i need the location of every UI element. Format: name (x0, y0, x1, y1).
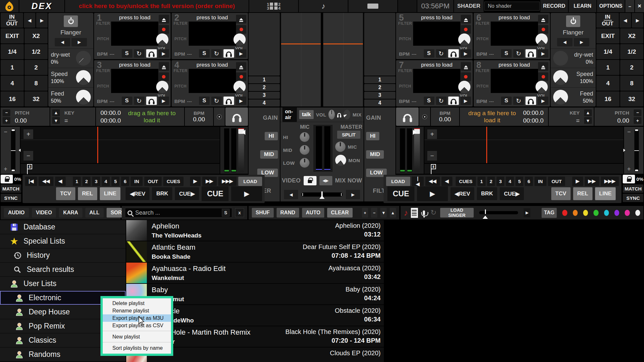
minimize-button[interactable]: – (625, 0, 634, 12)
cue-out-button[interactable]: OUT (144, 177, 162, 186)
deck-volume-knob[interactable]: VOL (457, 81, 472, 98)
cue-in-button[interactable]: IN (535, 177, 546, 186)
fx-param-knob[interactable] (553, 90, 568, 105)
fx-prev-button[interactable]: ◀ (55, 38, 70, 46)
tag-button[interactable]: TAG (542, 208, 557, 218)
brake-button[interactable]: BRK (477, 187, 497, 200)
deck-loop-button[interactable]: ↻ (134, 49, 145, 58)
deck-screen[interactable] (111, 22, 158, 46)
volume-fader[interactable] (238, 128, 244, 172)
step-back-button[interactable]: ◀ (441, 177, 452, 186)
rewind-button[interactable]: ◀◀ (39, 177, 53, 186)
deck-play-button[interactable]: ▶ (236, 97, 246, 105)
skip-start-button[interactable]: |◀ (412, 177, 424, 186)
record-dot-button[interactable] (236, 72, 246, 81)
loop-length-button[interactable]: 8 (620, 76, 643, 91)
deck-headphones-button[interactable] (223, 97, 234, 105)
context-menu-item[interactable]: Rename playlist (103, 307, 171, 314)
loop-next-button[interactable]: ▶ (632, 13, 643, 28)
fx-next-button[interactable]: ▶ (574, 38, 589, 46)
deck-pitch-knob[interactable]: PITCH (96, 84, 110, 88)
waveform-overview[interactable]: 8 (21, 164, 220, 174)
deck-headphones-button[interactable] (448, 49, 459, 58)
deck-layout-button[interactable]: 12 34 (249, 0, 298, 12)
color-tag-button[interactable] (604, 210, 609, 216)
mic-hi-knob[interactable] (300, 132, 309, 142)
hotcue-pad-button[interactable]: 3 (249, 92, 280, 99)
fx-param-knob[interactable] (76, 90, 91, 105)
cues-button[interactable]: CUES (456, 177, 476, 186)
deck-play-button[interactable]: ▶ (460, 49, 471, 58)
record-dot-button[interactable] (159, 72, 169, 81)
next-singer-button[interactable]: ▶ (524, 208, 530, 217)
deck-loop-button[interactable]: ↻ (211, 97, 222, 105)
cue-number-button[interactable]: 1 (73, 177, 81, 186)
cue-volume-knob[interactable] (328, 110, 335, 119)
deck-volume-knob[interactable]: VOL (155, 33, 170, 51)
eject-button[interactable] (236, 15, 246, 23)
loop-length-button[interactable]: 1/4 (596, 44, 620, 59)
deck-load-text[interactable]: press to load (491, 62, 538, 68)
on-air-button[interactable]: on-air (282, 107, 297, 122)
deck-loop-button[interactable]: ↻ (436, 49, 447, 58)
gain-knob[interactable] (251, 111, 260, 124)
deck-stutter-button[interactable]: S (199, 97, 210, 105)
context-menu-item[interactable]: New playlist (103, 331, 171, 340)
pitch-fader[interactable] (634, 129, 639, 172)
loop-length-button[interactable]: 16 (1, 91, 24, 107)
loop-length-button[interactable]: 1/4 (1, 44, 24, 59)
deck-loop-button[interactable]: ↻ (513, 97, 524, 105)
pitch-plus-button[interactable]: + (634, 117, 641, 124)
loop-length-button[interactable]: EXIT (596, 28, 620, 43)
master-mic-knob[interactable] (335, 142, 346, 152)
deck-filter-knob[interactable]: FILTER (476, 21, 490, 26)
bpm-tap-button[interactable] (419, 107, 430, 126)
loop-next-button[interactable]: ▶ (36, 13, 48, 28)
deck-filter-knob[interactable]: FILTER (174, 68, 188, 73)
headphones-cue-button[interactable] (396, 107, 419, 126)
video-window-button[interactable] (348, 0, 397, 12)
deck-play-button[interactable]: ▶ (538, 97, 548, 105)
deck-filter-knob[interactable]: FILTER (398, 68, 412, 73)
media-filter-button[interactable]: KARA (59, 208, 82, 218)
eq-hi-kill-button[interactable]: HI (366, 132, 379, 140)
color-tag-button[interactable] (573, 210, 578, 216)
skip-end-button[interactable]: ▶▶▶ (218, 177, 237, 186)
zoom-out-button[interactable]: − (24, 151, 33, 161)
mic-low-knob[interactable] (300, 158, 309, 168)
skip-end-button[interactable]: ▶▶▶ (601, 177, 619, 186)
key-up-button[interactable]: ▲ (584, 109, 592, 116)
volume-fader[interactable] (414, 128, 420, 172)
slider-handle[interactable] (485, 209, 486, 214)
sidebar-item[interactable]: ★ Search results (0, 263, 126, 276)
track-row[interactable]: Aphelion The YellowHeads Aphelion (2020)… (126, 220, 384, 241)
skip-start-button[interactable]: |◀ (25, 177, 37, 186)
music-note-button[interactable]: ♪ (299, 0, 348, 12)
deck-stutter-button[interactable]: S (122, 49, 132, 58)
deck-pitch-knob[interactable]: PITCH (96, 36, 110, 41)
record-dot-button[interactable] (538, 25, 548, 34)
zoom-in-button[interactable]: + (427, 129, 437, 139)
deck-headphones-button[interactable] (146, 97, 157, 105)
fx-param-knob[interactable] (553, 70, 568, 85)
ffwd-button[interactable]: ▶▶ (202, 177, 217, 186)
waveform-display[interactable]: + − (21, 127, 220, 163)
loop-length-button[interactable]: 8 (24, 76, 48, 91)
cue-play-button[interactable]: CUE▶ (500, 187, 524, 200)
eject-button[interactable] (538, 62, 548, 71)
track-display[interactable]: 00:00.000:00.0 drag a file here to load … (96, 107, 184, 126)
waveform-overview[interactable]: 8 (424, 164, 623, 174)
deck-filter-knob[interactable]: FILTER (174, 21, 188, 26)
loop-length-button[interactable]: 2 (24, 60, 48, 75)
list-order-button[interactable]: − (371, 208, 377, 218)
play-button[interactable]: ▶ (417, 186, 448, 201)
deck-play-button[interactable]: ▶ (158, 49, 169, 58)
deck-pitch-knob[interactable]: PITCH (476, 36, 490, 41)
close-button[interactable]: ✕ (635, 0, 644, 12)
loop-length-button[interactable]: 32 (620, 91, 643, 107)
hotcue-pad-button[interactable]: 4 (364, 99, 395, 107)
microphone-icon[interactable] (423, 210, 425, 215)
hotcue-pad-button[interactable]: 2 (364, 84, 395, 91)
track-row[interactable]: Atlantic Beam Booka Shade Dear Future Se… (126, 241, 384, 262)
cue-button[interactable]: CUE (387, 186, 414, 201)
